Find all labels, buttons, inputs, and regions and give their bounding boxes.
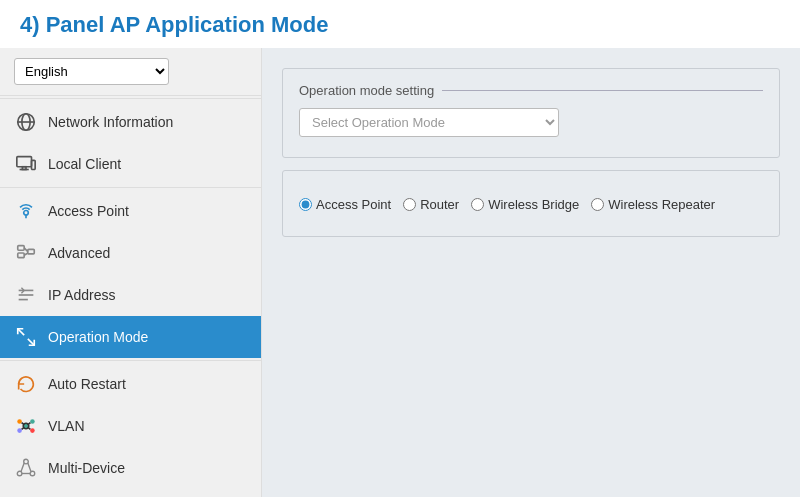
radio-wireless-bridge[interactable]: Wireless Bridge: [471, 197, 579, 212]
svg-point-21: [30, 419, 35, 424]
svg-line-32: [28, 463, 31, 472]
main-layout: English Chinese Spanish Network Informat…: [0, 48, 800, 497]
ap-icon: [14, 199, 38, 223]
client-icon: [14, 152, 38, 176]
sidebar-item-local-client[interactable]: Local Client: [0, 143, 261, 185]
section-title: Operation mode setting: [299, 83, 763, 98]
sidebar-label-ip-address: IP Address: [48, 287, 115, 303]
advanced-icon: [14, 241, 38, 265]
content-area: Operation mode setting Select Operation …: [262, 48, 800, 497]
radio-ap-input[interactable]: [299, 198, 312, 211]
page-title: 4) Panel AP Application Mode: [0, 0, 800, 48]
sidebar-item-network-information[interactable]: Network Information: [0, 101, 261, 143]
sidebar-item-advanced[interactable]: Advanced: [0, 232, 261, 274]
sidebar-divider-1: [0, 98, 261, 99]
svg-point-22: [17, 428, 22, 433]
sidebar-item-multi-device[interactable]: Multi-Device: [0, 447, 261, 489]
svg-line-26: [22, 427, 25, 429]
sidebar-item-access-point[interactable]: Access Point: [0, 190, 261, 232]
sidebar-item-vlan[interactable]: VLAN: [0, 405, 261, 447]
svg-line-24: [22, 423, 25, 425]
sidebar-label-vlan: VLAN: [48, 418, 85, 434]
svg-line-27: [28, 427, 31, 429]
radio-router-input[interactable]: [403, 198, 416, 211]
sidebar-item-auto-restart[interactable]: Auto Restart: [0, 363, 261, 405]
svg-line-25: [28, 423, 31, 425]
sidebar-label-multi-device: Multi-Device: [48, 460, 125, 476]
restart-icon: [14, 372, 38, 396]
radio-router-label: Router: [420, 197, 459, 212]
svg-point-30: [30, 471, 35, 476]
radio-wr-input[interactable]: [591, 198, 604, 211]
sidebar: English Chinese Spanish Network Informat…: [0, 48, 262, 497]
vlan-icon: [14, 414, 38, 438]
svg-rect-3: [17, 157, 32, 167]
sidebar-label-access-point: Access Point: [48, 203, 129, 219]
radio-router[interactable]: Router: [403, 197, 459, 212]
globe-icon: [14, 110, 38, 134]
ip-icon: [14, 283, 38, 307]
svg-rect-9: [18, 246, 24, 251]
sidebar-item-operation-mode[interactable]: Operation Mode: [0, 316, 261, 358]
sidebar-item-ip-address[interactable]: IP Address: [0, 274, 261, 316]
svg-rect-6: [32, 160, 36, 169]
sidebar-label-operation-mode: Operation Mode: [48, 329, 148, 345]
radio-ap-label: Access Point: [316, 197, 391, 212]
radio-wb-input[interactable]: [471, 198, 484, 211]
radio-group-section: Access Point Router Wireless Bridge Wire…: [282, 170, 780, 237]
sidebar-divider-3: [0, 360, 261, 361]
radio-wb-label: Wireless Bridge: [488, 197, 579, 212]
svg-point-7: [24, 211, 29, 216]
radio-wr-label: Wireless Repeater: [608, 197, 715, 212]
multidevice-icon: [14, 456, 38, 480]
radio-access-point[interactable]: Access Point: [299, 197, 391, 212]
svg-line-31: [21, 463, 24, 472]
operation-mode-section: Operation mode setting Select Operation …: [282, 68, 780, 158]
svg-rect-11: [28, 249, 34, 254]
svg-line-17: [18, 329, 24, 335]
opmode-icon: [14, 325, 38, 349]
sidebar-label-auto-restart: Auto Restart: [48, 376, 126, 392]
radio-group: Access Point Router Wireless Bridge Wire…: [299, 185, 763, 216]
language-select[interactable]: English Chinese Spanish: [14, 58, 169, 85]
sidebar-label-local-client: Local Client: [48, 156, 121, 172]
svg-point-29: [17, 471, 22, 476]
svg-line-18: [28, 339, 34, 345]
language-selector-wrap: English Chinese Spanish: [0, 48, 261, 96]
radio-wireless-repeater[interactable]: Wireless Repeater: [591, 197, 715, 212]
svg-point-20: [17, 419, 22, 424]
sidebar-divider-2: [0, 187, 261, 188]
operation-mode-select[interactable]: Select Operation Mode Access Point Route…: [299, 108, 559, 137]
sidebar-label-network-information: Network Information: [48, 114, 173, 130]
svg-rect-10: [18, 253, 24, 258]
svg-point-23: [30, 428, 35, 433]
sidebar-label-advanced: Advanced: [48, 245, 110, 261]
